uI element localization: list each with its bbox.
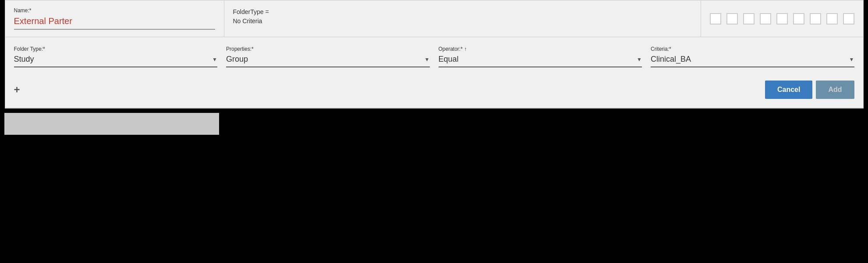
name-label: Name:*	[14, 7, 215, 14]
checkbox-8[interactable]	[826, 13, 838, 25]
criteria-info-section: FolderType = No Criteria	[224, 0, 701, 37]
criteria-group: Criteria:* Clinical_BA ▼	[651, 46, 854, 67]
folder-type-value: Study	[14, 55, 209, 64]
properties-label: Properties:*	[226, 46, 430, 52]
properties-value: Group	[226, 55, 421, 64]
add-row-button[interactable]: +	[14, 84, 20, 95]
bottom-section: Folder Type:* Study ▼ Properties:* Group…	[5, 37, 863, 108]
operator-arrow-icon: ▼	[637, 56, 642, 63]
footer-bar	[4, 113, 219, 135]
buttons-group: Cancel Add	[765, 81, 854, 99]
criteria-label: Criteria:*	[651, 46, 854, 52]
checkbox-7[interactable]	[810, 13, 821, 25]
checkbox-9[interactable]	[843, 13, 854, 25]
folder-type-arrow-icon: ▼	[212, 56, 217, 63]
criteria-value: Clinical_BA	[651, 55, 846, 64]
folder-type-dropdown[interactable]: Study ▼	[14, 55, 218, 67]
criteria-arrow-icon: ▼	[849, 56, 854, 63]
folder-type-label: Folder Type:*	[14, 46, 218, 52]
folder-type-group: Folder Type:* Study ▼	[14, 46, 227, 67]
operator-group: Operator:* ↑ Equal ▼	[439, 46, 651, 67]
cancel-button[interactable]: Cancel	[765, 81, 812, 99]
name-field-section: Name:* External Parter	[5, 0, 224, 37]
checkbox-1[interactable]	[710, 13, 721, 25]
checkboxes-section	[701, 0, 863, 37]
checkbox-4[interactable]	[760, 13, 771, 25]
dropdowns-row: Folder Type:* Study ▼ Properties:* Group…	[14, 46, 854, 67]
checkbox-2[interactable]	[726, 13, 738, 25]
criteria-text: FolderType = No Criteria	[233, 7, 692, 26]
actions-row: + Cancel Add	[14, 76, 854, 99]
operator-label: Operator:* ↑	[439, 46, 642, 52]
name-value[interactable]: External Parter	[14, 16, 215, 30]
properties-group: Properties:* Group ▼	[226, 46, 439, 67]
checkbox-3[interactable]	[743, 13, 755, 25]
checkbox-5[interactable]	[776, 13, 788, 25]
operator-value: Equal	[439, 55, 634, 64]
operator-dropdown[interactable]: Equal ▼	[439, 55, 642, 67]
properties-dropdown[interactable]: Group ▼	[226, 55, 430, 67]
add-button[interactable]: Add	[816, 81, 854, 99]
checkbox-6[interactable]	[793, 13, 804, 25]
criteria-dropdown[interactable]: Clinical_BA ▼	[651, 55, 854, 67]
properties-arrow-icon: ▼	[425, 56, 430, 63]
